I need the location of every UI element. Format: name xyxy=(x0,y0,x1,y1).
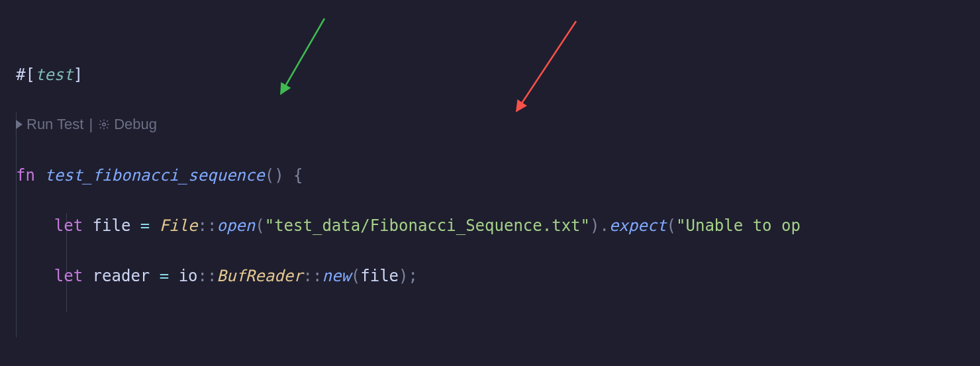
debug-label: Debug xyxy=(114,114,157,135)
play-icon xyxy=(16,120,23,129)
code-editor[interactable]: #[test] Run Test | Debug fn test_fibonac… xyxy=(0,0,980,366)
codelens-separator: | xyxy=(89,114,93,135)
debug-button[interactable]: Debug xyxy=(98,114,157,135)
codelens-row: Run Test | Debug xyxy=(16,114,980,135)
attr-line: #[test] xyxy=(16,62,980,87)
gear-icon xyxy=(98,118,110,130)
run-test-button[interactable]: Run Test xyxy=(16,114,83,135)
fn-signature: fn test_fibonacci_sequence() { xyxy=(16,163,980,188)
svg-point-0 xyxy=(103,123,106,126)
run-test-label: Run Test xyxy=(26,114,83,135)
let-reader: let reader = io::BufReader::new(file); xyxy=(16,263,980,289)
let-file: let file = File::open("test_data/Fibonac… xyxy=(16,213,980,238)
blank-line xyxy=(16,314,980,339)
